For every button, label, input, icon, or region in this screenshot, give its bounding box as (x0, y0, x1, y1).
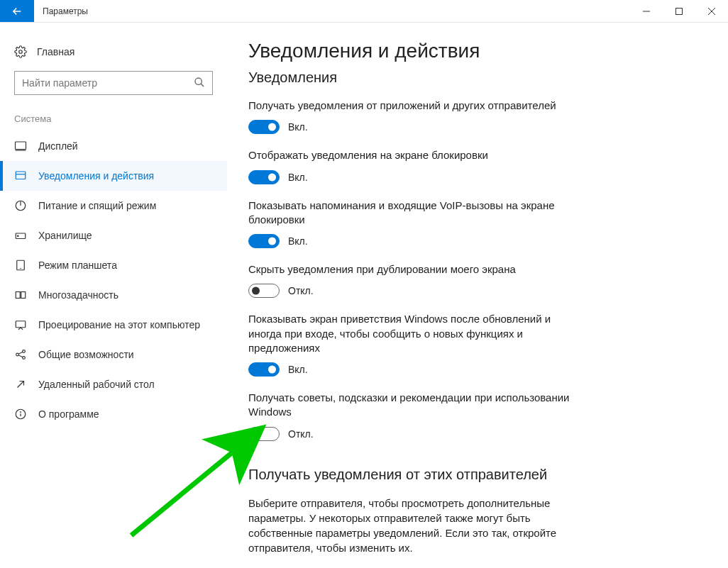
search-placeholder: Найти параметр (22, 77, 97, 89)
nav-label: Режим планшета (38, 260, 117, 271)
setting-label: Получать уведомления от приложений и дру… (248, 99, 582, 113)
search-icon (194, 77, 205, 90)
category-label: Система (0, 108, 227, 131)
page-heading: Уведомления и действия (248, 40, 700, 62)
setting-item: Получать советы, подсказки и рекомендаци… (248, 391, 582, 441)
setting-item: Отображать уведомления на экране блокиро… (248, 148, 582, 184)
toggle-state-label: Вкл. (288, 364, 308, 375)
setting-label: Показывать напоминания и входящие VoIP-в… (248, 199, 582, 228)
remote-icon (14, 378, 27, 391)
home-link[interactable]: Главная (0, 40, 227, 68)
multitasking-icon (14, 289, 27, 301)
home-label: Главная (37, 46, 75, 57)
sidebar-item-multitasking[interactable]: Многозадачность (0, 280, 227, 310)
svg-rect-7 (16, 142, 26, 150)
nav-label: Общие возможности (38, 349, 134, 360)
toggle-switch[interactable] (248, 170, 280, 184)
toggle-switch[interactable] (248, 234, 280, 248)
minimize-button[interactable] (630, 0, 663, 22)
info-icon (14, 408, 27, 421)
page-subheading: Уведомления (248, 69, 700, 86)
nav-label: О программе (38, 408, 99, 420)
toggle-switch[interactable] (248, 427, 280, 441)
nav-label: Хранилище (38, 230, 92, 241)
toggle-switch[interactable] (248, 284, 280, 298)
setting-label: Показывать экран приветствия Windows пос… (248, 312, 582, 355)
notifications-icon (14, 169, 27, 182)
toggle-state-label: Вкл. (288, 172, 308, 183)
toggle-switch[interactable] (248, 362, 280, 377)
power-icon (14, 199, 27, 212)
toggle-state-label: Вкл. (288, 121, 308, 133)
main-content: Уведомления и действия Уведомления Получ… (227, 23, 728, 568)
close-button[interactable] (695, 0, 728, 22)
sidebar-item-projecting[interactable]: Проецирование на этот компьютер (0, 310, 227, 340)
sidebar-item-shared[interactable]: Общие возможности (0, 340, 227, 369)
svg-rect-19 (16, 321, 26, 328)
nav-label: Питание и спящий режим (38, 200, 156, 211)
sidebar-item-remote[interactable]: Удаленный рабочий стол (0, 369, 227, 399)
sidebar-item-tablet[interactable]: Режим планшета (0, 250, 227, 280)
window-title: Параметры (34, 0, 630, 22)
setting-item: Показывать напоминания и входящие VoIP-в… (248, 199, 582, 249)
gear-icon (14, 45, 27, 58)
svg-point-14 (18, 235, 19, 237)
svg-rect-9 (16, 172, 26, 179)
shared-icon (14, 348, 27, 361)
senders-heading: Получать уведомления от этих отправителе… (248, 467, 700, 483)
tablet-icon (14, 259, 27, 272)
svg-point-27 (21, 412, 21, 413)
senders-description: Выберите отправителя, чтобы просмотреть … (248, 496, 582, 555)
svg-point-4 (19, 50, 23, 54)
storage-icon (14, 229, 27, 242)
svg-rect-1 (676, 8, 683, 14)
window-controls (630, 0, 728, 22)
sidebar-item-notifications[interactable]: Уведомления и действия (0, 161, 227, 191)
setting-item: Скрыть уведомления при дублировании моег… (248, 262, 582, 298)
display-icon (14, 140, 27, 152)
nav-label: Удаленный рабочий стол (38, 379, 155, 390)
toggle-state-label: Вкл. (288, 235, 308, 247)
nav-label: Проецирование на этот компьютер (38, 319, 200, 330)
maximize-button[interactable] (663, 0, 695, 22)
titlebar: Параметры (0, 0, 728, 23)
nav-label: Многозадачность (38, 289, 118, 301)
sidebar-item-storage[interactable]: Хранилище (0, 221, 227, 250)
setting-label: Получать советы, подсказки и рекомендаци… (248, 391, 582, 420)
svg-line-6 (201, 84, 204, 87)
sidebar-item-display[interactable]: Дисплей (0, 131, 227, 161)
svg-line-23 (18, 352, 23, 354)
toggle-state-label: Откл. (288, 285, 314, 296)
setting-item: Получать уведомления от приложений и дру… (248, 99, 582, 134)
back-button[interactable] (0, 0, 34, 22)
svg-rect-17 (16, 292, 20, 299)
sidebar-item-power[interactable]: Питание и спящий режим (0, 191, 227, 221)
toggle-state-label: Откл. (288, 428, 314, 440)
projecting-icon (14, 318, 27, 331)
nav-label: Уведомления и действия (38, 170, 154, 182)
svg-rect-18 (21, 292, 26, 299)
nav-label: Дисплей (38, 140, 78, 152)
setting-item: Показывать экран приветствия Windows пос… (248, 312, 582, 377)
setting-label: Отображать уведомления на экране блокиро… (248, 148, 582, 162)
sidebar-item-about[interactable]: О программе (0, 399, 227, 429)
toggle-switch[interactable] (248, 120, 280, 134)
svg-point-5 (195, 78, 202, 84)
setting-label: Скрыть уведомления при дублировании моег… (248, 262, 582, 277)
search-input[interactable]: Найти параметр (14, 71, 213, 95)
svg-line-24 (18, 355, 23, 357)
sidebar: Главная Найти параметр Система Дисплей У… (0, 23, 227, 568)
